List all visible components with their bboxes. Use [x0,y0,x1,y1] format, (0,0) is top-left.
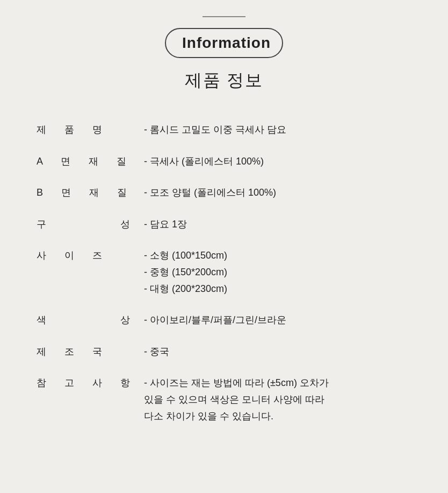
row-value: - 담요 1장 [140,209,416,240]
row-label: 제 조 국 [32,336,140,368]
row-value: - 소형 (100*150cm)- 중형 (150*200cm)- 대형 (20… [140,240,416,304]
row-value: - 롬시드 고밀도 이중 극세사 담요 [140,114,416,146]
badge-label: Information [182,34,271,51]
table-row: 제 조 국- 중국 [32,336,416,368]
row-value: - 극세사 (폴리에스터 100%) [140,146,416,177]
row-label: B 면 재 질 [32,177,140,209]
information-badge: Information [165,28,283,58]
page-container: Information 제품 정보 제 품 명- 롬시드 고밀도 이중 극세사 … [0,0,448,493]
table-row: 제 품 명- 롬시드 고밀도 이중 극세사 담요 [32,114,416,146]
table-row: 색 상- 아이보리/블루/퍼플/그린/브라운 [32,304,416,336]
section-title: 제품 정보 [32,69,416,92]
table-row: 사 이 즈- 소형 (100*150cm)- 중형 (150*200cm)- 대… [32,240,416,304]
row-value: - 모조 양털 (폴리에스터 100%) [140,177,416,209]
table-row: 구 성- 담요 1장 [32,209,416,240]
table-row: 참 고 사 항- 사이즈는 재는 방법에 따라 (±5cm) 오차가있을 수 있… [32,367,416,432]
row-value: - 중국 [140,336,416,368]
row-label: 색 상 [32,304,140,336]
row-value: - 아이보리/블루/퍼플/그린/브라운 [140,304,416,336]
product-info-table: 제 품 명- 롬시드 고밀도 이중 극세사 담요A 면 재 질- 극세사 (폴리… [32,114,416,432]
table-row: A 면 재 질- 극세사 (폴리에스터 100%) [32,146,416,177]
table-row: B 면 재 질- 모조 양털 (폴리에스터 100%) [32,177,416,209]
top-divider [203,16,245,17]
row-label: 참 고 사 항 [32,367,140,432]
row-label: 구 성 [32,209,140,240]
row-label: 사 이 즈 [32,240,140,304]
row-label: A 면 재 질 [32,146,140,177]
row-label: 제 품 명 [32,114,140,146]
row-value: - 사이즈는 재는 방법에 따라 (±5cm) 오차가있을 수 있으며 색상은 … [140,367,416,432]
